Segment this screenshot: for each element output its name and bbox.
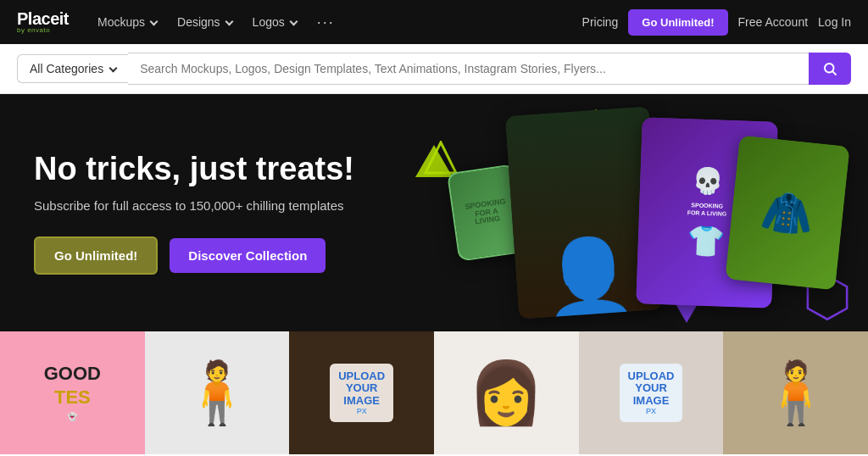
thumbnail-1[interactable]: GOOD TES 👻 — [0, 331, 145, 454]
hero-title: No tricks, just treats! — [34, 151, 354, 188]
nav-logos[interactable]: Logos — [244, 10, 305, 34]
hero-content: No tricks, just treats! Subscribe for fu… — [34, 151, 354, 275]
navbar: Placeit by envato Mockups Designs Logos … — [0, 0, 868, 44]
thumbnail-2[interactable]: 🧍 — [145, 331, 290, 454]
hero-discover-button[interactable]: Discover Collection — [170, 238, 326, 273]
chevron-down-icon — [225, 17, 233, 25]
search-icon — [822, 61, 837, 76]
thumbnail-3[interactable]: UPLOADYOURIMAGE PX — [289, 331, 434, 454]
brand-sub: by envato — [17, 27, 69, 34]
chevron-down-icon — [289, 17, 298, 25]
chevron-down-icon — [109, 64, 118, 72]
nav-designs[interactable]: Designs — [169, 10, 241, 34]
nav-links: Mockups Designs Logos ··· — [89, 8, 582, 36]
hero-subtitle: Subscribe for full access to 150,000+ ch… — [34, 198, 354, 213]
thumbnail-6[interactable]: 🧍 — [723, 331, 868, 454]
hero-card-hoodie: 🧥 — [725, 136, 849, 291]
hero-go-unlimited-button[interactable]: Go Unlimited! — [34, 236, 158, 275]
thumbnail-4[interactable]: 👩 — [434, 331, 579, 454]
hero-buttons: Go Unlimited! Discover Collection — [34, 236, 354, 275]
hero-section: No tricks, just treats! Subscribe for fu… — [0, 94, 868, 331]
svg-line-1 — [832, 71, 836, 75]
nav-right: Pricing Go Unlimited! Free Account Log I… — [582, 9, 851, 36]
search-bar: All Categories — [0, 44, 868, 94]
nav-login-link[interactable]: Log In — [818, 15, 851, 29]
thumbnail-strip: GOOD TES 👻 🧍 UPLOADYOURIMAGE PX 👩 UPLOAD… — [0, 331, 868, 454]
search-button[interactable] — [809, 53, 851, 85]
category-dropdown[interactable]: All Categories — [17, 54, 128, 83]
go-unlimited-button[interactable]: Go Unlimited! — [628, 9, 727, 36]
brand-name: Placeit — [17, 10, 69, 27]
search-input[interactable] — [128, 53, 809, 85]
svg-point-0 — [825, 64, 834, 73]
hero-visual: SPOOKINGFOR ALIVING 👤 💀 SPOOKINGFOR A LI… — [427, 103, 851, 323]
chevron-down-icon — [150, 17, 159, 25]
nav-free-account-link[interactable]: Free Account — [738, 15, 809, 29]
logo[interactable]: Placeit by envato — [17, 10, 69, 34]
nav-more[interactable]: ··· — [309, 8, 343, 36]
nav-pricing-link[interactable]: Pricing — [582, 15, 619, 29]
nav-mockups[interactable]: Mockups — [89, 10, 165, 34]
thumbnail-5[interactable]: UPLOADYOURIMAGE PX — [579, 331, 724, 454]
